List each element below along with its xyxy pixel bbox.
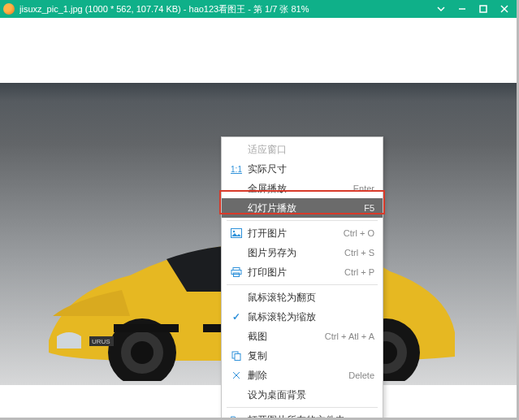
menu-shortcut: F5 — [364, 203, 374, 213]
window-title: jisuxz_pic_1.jpg (1000 * 562, 107.74 KB)… — [19, 3, 430, 15]
dropdown-button[interactable] — [430, 0, 452, 18]
menu-open-folder[interactable]: 打开图片所在的文件夹 — [222, 410, 383, 418]
menu-print[interactable]: 打印图片 Ctrl + P — [222, 262, 383, 282]
menu-shortcut: Ctrl + Atl + A — [325, 331, 374, 341]
menu-label: 鼠标滚轮为缩放 — [244, 310, 374, 324]
folder-icon — [228, 414, 244, 418]
menu-slideshow[interactable]: 幻灯片播放 F5 — [222, 198, 383, 218]
menu-screenshot[interactable]: 截图 Ctrl + Atl + A — [222, 327, 383, 346]
menu-shortcut: Ctrl + P — [344, 267, 374, 277]
menu-open[interactable]: 打开图片 Ctrl + O — [222, 223, 383, 243]
menu-shortcut: Delete — [348, 370, 374, 380]
menu-label: 设为桌面背景 — [244, 388, 374, 402]
menu-label: 鼠标滚轮为翻页 — [244, 291, 374, 305]
menu-shortcut: Enter — [353, 184, 374, 193]
menu-label: 打开图片 — [244, 227, 344, 240]
context-menu: 适应窗口 1:1 实际尺寸 全屏播放 Enter 幻灯片播放 F5 打开图片 C… — [221, 136, 383, 418]
menu-delete[interactable]: 删除 Delete — [222, 366, 383, 385]
menu-shortcut: Ctrl + S — [344, 248, 374, 258]
app-window: jisuxz_pic_1.jpg (1000 * 562, 107.74 KB)… — [0, 0, 519, 420]
maximize-button[interactable] — [473, 0, 494, 18]
window-controls — [430, 0, 515, 18]
svg-text:URUS: URUS — [92, 338, 110, 345]
svg-rect-18 — [235, 354, 240, 361]
menu-label: 幻灯片播放 — [244, 201, 364, 215]
svg-rect-1 — [480, 6, 487, 12]
menu-wheel-page[interactable]: 鼠标滚轮为翻页 — [222, 288, 383, 307]
menu-shortcut: Ctrl + O — [344, 228, 374, 238]
close-button[interactable] — [494, 0, 515, 18]
menu-label: 删除 — [244, 369, 348, 383]
svg-rect-16 — [234, 273, 240, 277]
menu-label: 截图 — [244, 330, 325, 344]
print-icon — [228, 266, 244, 279]
menu-label: 打开图片所在的文件夹 — [244, 414, 374, 418]
svg-point-6 — [131, 341, 154, 364]
menu-fullscreen[interactable]: 全屏播放 Enter — [222, 179, 383, 198]
image-viewer[interactable]: URUS 适应窗口 1:1 实际尺寸 全屏播放 Enter 幻灯片播放 F5 — [0, 18, 517, 418]
check-icon: ✓ — [228, 310, 244, 323]
menu-actual-size[interactable]: 1:1 实际尺寸 — [222, 159, 383, 179]
menu-save-as[interactable]: 图片另存为 Ctrl + S — [222, 243, 383, 262]
minimize-button[interactable] — [452, 0, 473, 18]
copy-icon — [228, 349, 244, 362]
menu-label: 实际尺寸 — [244, 162, 374, 176]
menu-fit-window: 适应窗口 — [222, 140, 383, 159]
menu-label: 复制 — [244, 349, 374, 363]
actual-size-icon: 1:1 — [228, 162, 244, 175]
image-icon — [228, 227, 244, 240]
menu-label: 适应窗口 — [244, 143, 374, 157]
menu-label: 全屏播放 — [244, 182, 353, 196]
delete-icon — [228, 369, 244, 382]
titlebar: jisuxz_pic_1.jpg (1000 * 562, 107.74 KB)… — [0, 0, 517, 18]
menu-wallpaper[interactable]: 设为桌面背景 — [222, 385, 383, 405]
app-icon — [3, 3, 15, 15]
menu-separator — [227, 407, 378, 408]
menu-label: 打印图片 — [244, 266, 344, 279]
menu-wheel-zoom[interactable]: ✓ 鼠标滚轮为缩放 — [222, 307, 383, 327]
svg-point-13 — [233, 231, 235, 232]
menu-separator — [227, 220, 378, 221]
menu-copy[interactable]: 复制 — [222, 346, 383, 366]
menu-separator — [227, 284, 378, 285]
menu-label: 图片另存为 — [244, 246, 344, 260]
svg-rect-15 — [231, 271, 241, 275]
